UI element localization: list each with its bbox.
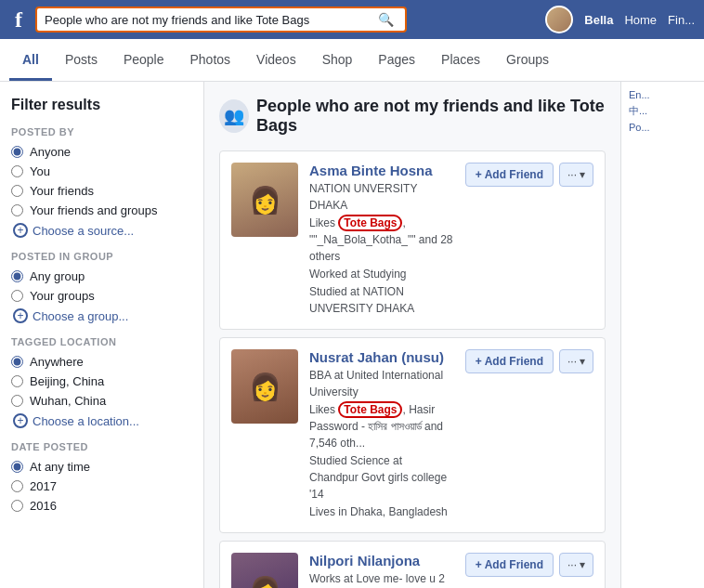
right-panel: En... 中... Po... bbox=[620, 82, 704, 588]
radio-your-groups[interactable]: Your groups bbox=[11, 289, 192, 303]
plus-circle-icon: + bbox=[13, 223, 28, 238]
likes-prefix-1: Likes bbox=[309, 216, 338, 229]
radio-any-group[interactable]: Any group bbox=[11, 269, 192, 283]
posted-by-section-title: POSTED BY bbox=[11, 126, 192, 137]
plus-circle-location-icon: + bbox=[13, 413, 28, 428]
search-input[interactable] bbox=[45, 13, 374, 27]
radio-you-label: You bbox=[30, 164, 50, 178]
tab-photos[interactable]: Photos bbox=[177, 41, 244, 81]
search-button[interactable]: 🔍 bbox=[374, 12, 398, 27]
right-panel-item-2[interactable]: 中... bbox=[629, 104, 697, 118]
right-panel-item-3[interactable]: Po... bbox=[629, 122, 697, 133]
radio-2017-label: 2017 bbox=[30, 479, 57, 493]
choose-group-link[interactable]: + Choose a group... bbox=[13, 308, 192, 323]
tabs-bar: All Posts People Photos Videos Shop Page… bbox=[0, 39, 704, 82]
main-layout: Filter results POSTED BY Anyone You Your… bbox=[0, 82, 704, 588]
radio-anywhere-label: Anywhere bbox=[30, 355, 84, 369]
radio-anyone[interactable]: Anyone bbox=[11, 145, 192, 159]
radio-any-group-label: Any group bbox=[30, 269, 85, 283]
radio-your-friends-label: Your friends bbox=[30, 184, 94, 198]
radio-2017[interactable]: 2017 bbox=[11, 479, 192, 493]
person-actions-2: + Add Friend ··· ▾ bbox=[465, 349, 593, 373]
nav-home-link[interactable]: Home bbox=[624, 13, 657, 27]
plus-circle-group-icon: + bbox=[13, 308, 28, 323]
nav-username: Bella bbox=[584, 13, 613, 27]
radio-any-time[interactable]: At any time bbox=[11, 460, 192, 474]
radio-beijing-label: Beijing, China bbox=[30, 374, 104, 388]
radio-beijing[interactable]: Beijing, China bbox=[11, 374, 192, 388]
avatar-image bbox=[547, 7, 571, 32]
top-navigation: f 🔍 Bella Home Fin... bbox=[0, 0, 704, 39]
radio-friends-and-groups-label: Your friends and groups bbox=[30, 203, 158, 217]
person-actions-1: + Add Friend ··· ▾ bbox=[465, 163, 593, 187]
tab-places[interactable]: Places bbox=[428, 41, 493, 81]
person-avatar-2: 👩 bbox=[231, 349, 298, 424]
nav-find-link[interactable]: Fin... bbox=[668, 13, 695, 27]
person-card-3: 👩 Nilpori Nilanjona Works at Love me- lo… bbox=[219, 541, 606, 588]
person-detail-1-1: NATION UNVERSITY DHAKA bbox=[309, 180, 454, 214]
radio-any-time-label: At any time bbox=[30, 460, 90, 474]
search-header-title: People who are not my friends and like T… bbox=[256, 97, 606, 136]
add-friend-button-2[interactable]: + Add Friend bbox=[465, 349, 554, 373]
tab-pages[interactable]: Pages bbox=[365, 41, 428, 81]
tab-videos[interactable]: Videos bbox=[243, 41, 309, 81]
choose-group-label: Choose a group... bbox=[33, 309, 128, 323]
tagged-location-section-title: TAGGED LOCATION bbox=[11, 336, 192, 347]
add-friend-button-3[interactable]: + Add Friend bbox=[465, 553, 554, 577]
more-options-button-3[interactable]: ··· ▾ bbox=[559, 553, 593, 577]
person-detail-1-4: Studied at NATION UNVERSITY DHAKA bbox=[309, 283, 454, 317]
tab-shop[interactable]: Shop bbox=[309, 41, 366, 81]
person-detail-2-3: Studied Science at Chandpur Govt girls c… bbox=[309, 452, 454, 503]
radio-2016[interactable]: 2016 bbox=[11, 499, 192, 513]
person-info-1: Asma Binte Hosna NATION UNVERSITY DHAKA … bbox=[309, 163, 454, 318]
tab-groups[interactable]: Groups bbox=[493, 41, 562, 81]
person-detail-1-3: Worked at Studying bbox=[309, 266, 454, 282]
person-name-3[interactable]: Nilpori Nilanjona bbox=[309, 553, 454, 568]
tab-people[interactable]: People bbox=[111, 41, 177, 81]
choose-source-label: Choose a source... bbox=[33, 224, 134, 238]
radio-wuhan-label: Wuhan, China bbox=[30, 394, 106, 408]
person-actions-3: + Add Friend ··· ▾ bbox=[465, 553, 593, 577]
add-friend-button-1[interactable]: + Add Friend bbox=[465, 163, 554, 187]
date-posted-section-title: DATE POSTED bbox=[11, 441, 192, 452]
tote-bags-highlight-2: Tote Bags bbox=[338, 401, 402, 418]
sidebar-title: Filter results bbox=[11, 97, 192, 113]
dropdown-chevron-1: ▾ bbox=[580, 168, 585, 181]
facebook-logo: f bbox=[9, 7, 28, 33]
likes-prefix-2: Likes bbox=[309, 403, 338, 416]
tab-all[interactable]: All bbox=[9, 41, 52, 81]
radio-friends-and-groups[interactable]: Your friends and groups bbox=[11, 203, 192, 217]
avatar-placeholder-1: 👩 bbox=[231, 163, 298, 237]
dropdown-chevron-3: ▾ bbox=[580, 558, 585, 571]
person-name-2[interactable]: Nusrat Jahan (nusu) bbox=[309, 349, 454, 365]
radio-your-friends[interactable]: Your friends bbox=[11, 184, 192, 198]
person-detail-1-2: Likes Tote Bags, ""_Na_Bola_Kotha_"" and… bbox=[309, 215, 454, 265]
more-options-button-2[interactable]: ··· ▾ bbox=[559, 349, 593, 373]
avatar-placeholder-2: 👩 bbox=[231, 349, 298, 424]
right-panel-item-1[interactable]: En... bbox=[629, 89, 697, 100]
avatar bbox=[545, 6, 573, 33]
choose-source-link[interactable]: + Choose a source... bbox=[13, 223, 192, 238]
person-avatar-3: 👩 bbox=[231, 553, 298, 588]
choose-location-link[interactable]: + Choose a location... bbox=[13, 413, 192, 428]
person-detail-3-1: Works at Love me- love u 2 ,, Hate me -G… bbox=[309, 570, 454, 588]
person-card-1: 👩 Asma Binte Hosna NATION UNVERSITY DHAK… bbox=[219, 150, 606, 330]
person-card-2: 👩 Nusrat Jahan (nusu) BBA at United Inte… bbox=[219, 337, 606, 533]
dropdown-chevron-2: ▾ bbox=[580, 355, 585, 368]
filter-sidebar: Filter results POSTED BY Anyone You Your… bbox=[0, 82, 204, 588]
person-detail-2-1: BBA at United International University bbox=[309, 367, 454, 400]
tab-posts[interactable]: Posts bbox=[52, 41, 111, 81]
people-icon: 👥 bbox=[219, 99, 249, 133]
person-detail-2-4: Lives in Dhaka, Bangladesh bbox=[309, 503, 454, 520]
radio-anywhere[interactable]: Anywhere bbox=[11, 355, 192, 369]
radio-anyone-label: Anyone bbox=[30, 145, 71, 159]
tote-bags-highlight-1: Tote Bags bbox=[338, 215, 402, 231]
person-name-1[interactable]: Asma Binte Hosna bbox=[309, 163, 454, 178]
radio-you[interactable]: You bbox=[11, 164, 192, 178]
more-options-button-1[interactable]: ··· ▾ bbox=[559, 163, 593, 187]
person-avatar-1: 👩 bbox=[231, 163, 298, 237]
radio-wuhan[interactable]: Wuhan, China bbox=[11, 394, 192, 408]
avatar-placeholder-3: 👩 bbox=[231, 553, 298, 588]
main-content: 👥 People who are not my friends and like… bbox=[204, 82, 620, 588]
search-bar: 🔍 bbox=[35, 7, 407, 33]
